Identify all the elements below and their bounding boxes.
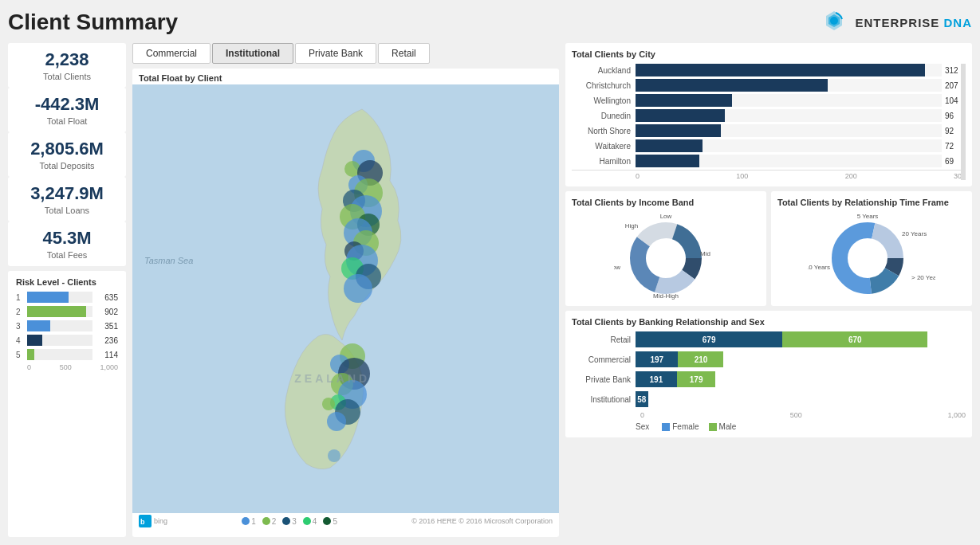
kpi-value-2: 2,805.6M: [18, 139, 116, 159]
city-bar-fill-5: [636, 139, 703, 152]
city-bar-row-6: Hamilton 69: [572, 155, 966, 167]
risk-bar-track-4: [27, 349, 92, 360]
sex-label: Sex: [636, 422, 649, 431]
banking-label-3: Institutional: [572, 395, 636, 404]
map-panel: Total Float by Client Tasman Sea: [132, 69, 559, 537]
city-bar-track-5: [636, 139, 942, 152]
risk-row-0: 1 635: [16, 292, 118, 303]
male-legend-label: Male: [719, 422, 737, 431]
city-label-1: Christchurch: [572, 81, 636, 90]
svg-point-24: [327, 412, 346, 431]
risk-bar-track-3: [27, 335, 92, 346]
relationship-donut-svg: 5 Years 20 Years > 20 Years 10 Years: [808, 212, 935, 300]
risk-value-1: 902: [96, 308, 118, 316]
risk-card: Risk Level - Clients 1 635 2 902 3 351 4…: [8, 271, 126, 537]
city-chart-title: Total Clients by City: [572, 49, 966, 59]
banking-row-0: Retail 679 670: [572, 331, 966, 347]
male-bar-1: 210: [678, 351, 723, 367]
risk-row-4: 5 114: [16, 349, 118, 360]
city-label-0: Auckland: [572, 66, 636, 75]
map-area: Tasman Sea: [132, 84, 559, 513]
tabs-bar: CommercialInstitutionalPrivate BankRetai…: [132, 43, 559, 64]
city-chart-scrollbar[interactable]: [961, 64, 966, 180]
svg-text:Mid-High: Mid-High: [653, 292, 679, 300]
svg-point-44: [850, 241, 885, 276]
svg-text:Low: Low: [660, 213, 672, 220]
risk-bar-fill-3: [27, 335, 42, 346]
kpi-card-0: 2,238Total Clients: [8, 43, 126, 88]
svg-text:b: b: [140, 518, 145, 526]
female-legend-label: Female: [672, 422, 699, 431]
map-legend: 12345: [242, 517, 337, 526]
kpi-label-0: Total Clients: [18, 72, 116, 81]
map-footer: b bing 12345 © 2016 HERE © 2016 Microsof…: [132, 513, 559, 529]
city-bar-track-1: [636, 79, 942, 92]
city-bar-track-2: [636, 94, 942, 107]
city-bar-track-6: [636, 155, 942, 167]
income-band-chart: Total Clients by Income Band: [565, 191, 766, 306]
svg-text:20 Years: 20 Years: [902, 230, 927, 237]
map-legend-item-0: 1: [242, 517, 256, 526]
relationship-time-chart: Total Clients by Relationship Time Frame…: [771, 191, 972, 306]
tasman-sea-label: Tasman Sea: [144, 256, 193, 265]
city-label-4: North Shore: [572, 127, 636, 135]
male-bar-0: 670: [782, 331, 927, 347]
kpi-card-1: -442.3MTotal Float: [8, 88, 126, 132]
risk-bar-fill-2: [27, 320, 50, 331]
risk-bar-fill-0: [27, 292, 69, 303]
banking-axis: 05001,000: [572, 411, 966, 419]
risk-axis: 05001,000: [16, 363, 118, 371]
city-label-2: Wellington: [572, 96, 636, 105]
center-panel: CommercialInstitutionalPrivate BankRetai…: [132, 43, 559, 537]
svg-point-16: [344, 274, 372, 303]
city-bar-fill-1: [636, 79, 828, 92]
risk-value-3: 236: [96, 336, 118, 345]
bing-label: b bing: [139, 515, 167, 527]
map-legend-item-2: 3: [282, 517, 297, 526]
banking-bars-1: 197 210: [636, 351, 723, 367]
tab-retail[interactable]: Retail: [378, 43, 430, 64]
logo-text: ENTERPRISE DNA: [855, 16, 972, 29]
city-bar-row-4: North Shore 92: [572, 124, 966, 137]
city-bar-fill-0: [636, 64, 925, 76]
kpi-label-4: Total Fees: [18, 250, 116, 260]
city-bar-fill-4: [636, 124, 721, 137]
risk-bar-fill-4: [27, 349, 34, 360]
risk-bar-fill-1: [27, 306, 86, 317]
city-bar-fill-3: [636, 109, 725, 122]
middle-charts-row: Total Clients by Income Band: [565, 191, 972, 306]
city-bar-fill-2: [636, 94, 732, 107]
risk-level-3: 4: [16, 336, 24, 345]
map-title: Total Float by Client: [132, 69, 559, 84]
tab-institutional[interactable]: Institutional: [212, 43, 293, 64]
banking-chart: Total Clients by Banking Relationship an…: [565, 311, 972, 437]
city-bar-row-0: Auckland 312: [572, 64, 966, 76]
relationship-time-title: Total Clients by Relationship Time Frame: [777, 198, 966, 207]
kpi-label-3: Total Loans: [18, 206, 116, 215]
tab-private-bank[interactable]: Private Bank: [295, 43, 376, 64]
left-panel: 2,238Total Clients-442.3MTotal Float2,80…: [8, 43, 126, 537]
income-band-title: Total Clients by Income Band: [572, 198, 760, 207]
svg-text:Mid-Low: Mid-Low: [614, 264, 620, 271]
banking-legend: Sex Female Male: [572, 422, 966, 431]
kpi-label-1: Total Float: [18, 116, 116, 126]
city-bar-row-1: Christchurch 207: [572, 79, 966, 92]
banking-row-1: Commercial 197 210: [572, 351, 966, 367]
risk-level-4: 5: [16, 351, 24, 359]
svg-text:5 Years: 5 Years: [857, 213, 879, 220]
city-label-6: Hamilton: [572, 157, 636, 166]
risk-bar-track-0: [27, 292, 92, 303]
female-bar-2: 191: [636, 371, 677, 387]
kpi-label-2: Total Deposits: [18, 161, 116, 171]
city-bar-track-4: [636, 124, 942, 137]
enterprise-dna-logo-icon: [820, 8, 848, 37]
svg-text:High: High: [625, 222, 638, 229]
male-bar-2: 179: [677, 371, 716, 387]
svg-point-26: [328, 449, 340, 462]
banking-row-3: Institutional 58: [572, 391, 966, 407]
banking-bars-0: 679 670: [636, 331, 927, 347]
income-donut-svg: Low Mid Mid-High Mid-Low High: [614, 212, 718, 300]
logo-area: ENTERPRISE DNA: [820, 8, 972, 37]
tab-commercial[interactable]: Commercial: [132, 43, 211, 64]
kpi-card-2: 2,805.6MTotal Deposits: [8, 132, 126, 177]
